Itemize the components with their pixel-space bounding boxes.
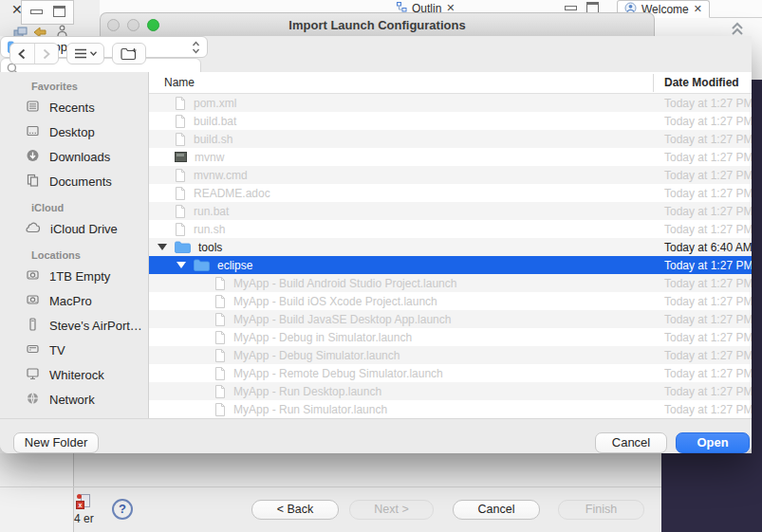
- folder-plus-icon: [121, 47, 138, 61]
- sidebar-item-recents[interactable]: Recents: [0, 95, 148, 119]
- panel-divider: [0, 486, 74, 487]
- sidebar-item-1tb-empty[interactable]: 1TB Empty: [0, 264, 148, 288]
- file-row[interactable]: pom.xmlToday at 1:27 PM: [149, 94, 752, 112]
- file-row[interactable]: mvnwToday at 1:27 PM: [149, 148, 752, 166]
- column-divider[interactable]: [653, 74, 654, 92]
- sidebar-item-label: Recents: [49, 101, 95, 115]
- file-row[interactable]: eclipseToday at 1:27 PM: [149, 256, 752, 274]
- file-icon: [175, 97, 186, 110]
- date-modified-cell: Today at 1:27 PM: [664, 151, 752, 164]
- date-modified-cell: Today at 1:27 PM: [664, 385, 752, 398]
- minimize-icon[interactable]: [30, 9, 43, 14]
- network-globe-icon: [25, 391, 41, 409]
- open-button[interactable]: Open: [676, 432, 750, 453]
- file-icon: [214, 403, 226, 416]
- file-icon: [214, 313, 226, 326]
- back-button[interactable]: < Back: [251, 500, 339, 520]
- file-name: mvnw: [195, 151, 224, 164]
- minimize-icon[interactable]: [565, 6, 577, 10]
- file-name: MyApp - Run Desktop.launch: [233, 385, 381, 398]
- file-row[interactable]: MyApp - Build JavaSE Desktop App.launchT…: [149, 310, 752, 328]
- icloud-drive-icon: [25, 220, 42, 238]
- disclosure-triangle-icon[interactable]: [158, 244, 167, 250]
- file-row[interactable]: MyApp - Run Desktop.launchToday at 1:27 …: [149, 382, 752, 400]
- sidebar-item-macpro[interactable]: MacPro: [0, 288, 148, 313]
- nav-segmented-control: [9, 43, 59, 64]
- file-row[interactable]: run.batToday at 1:27 PM: [149, 202, 752, 220]
- welcome-page-corner: [661, 453, 762, 532]
- maximize-icon[interactable]: [53, 6, 65, 17]
- cancel-button[interactable]: Cancel: [595, 432, 667, 453]
- folder-icon: [175, 241, 191, 253]
- date-modified-cell: Today at 1:27 PM: [664, 205, 752, 218]
- file-row[interactable]: MyApp - Build Android Studio Project.lau…: [149, 274, 752, 292]
- file-name: README.adoc: [194, 187, 270, 200]
- date-modified-cell: Today at 1:27 PM: [664, 349, 752, 362]
- sidebar-item-tv[interactable]: TV: [0, 338, 148, 362]
- file-name: MyApp - Build iOS Xcode Project.launch: [233, 295, 437, 308]
- date-modified-cell: Today at 1:27 PM: [664, 403, 752, 416]
- error-log-icon[interactable]: x: [76, 494, 91, 510]
- file-name: MyApp - Debug in Simulator.launch: [233, 331, 412, 344]
- welcome-page-edge: [752, 80, 762, 453]
- date-modified-cell: Today at 1:27 PM: [664, 223, 752, 236]
- file-icon: [175, 187, 186, 200]
- back-nav-button[interactable]: [10, 44, 34, 64]
- file-icon: [175, 205, 186, 218]
- file-row[interactable]: MyApp - Remote Debug Simulator.launchTod…: [149, 364, 752, 382]
- help-button[interactable]: ?: [112, 499, 133, 520]
- finish-button: Finish: [558, 500, 644, 520]
- file-icon: [214, 385, 226, 398]
- file-icon: [214, 367, 226, 380]
- internal-drive-icon: [25, 292, 41, 310]
- forward-nav-button[interactable]: [34, 44, 58, 64]
- dialog-titlebar[interactable]: Import Launch Configurations: [100, 12, 655, 36]
- close-icon[interactable]: ✕: [694, 3, 702, 15]
- apple-tv-icon: [25, 341, 41, 359]
- recents-icon: [25, 99, 41, 117]
- sidebar-item-whiterock[interactable]: Whiterock: [0, 362, 148, 387]
- wizard-button-bar: [74, 453, 661, 532]
- file-row[interactable]: MyApp - Debug in Simulator.launchToday a…: [149, 328, 752, 346]
- date-modified-cell: Today at 1:27 PM: [664, 331, 752, 344]
- file-icon: [175, 169, 186, 182]
- file-name: MyApp - Build Android Studio Project.lau…: [233, 277, 456, 290]
- column-header-name[interactable]: Name: [164, 76, 195, 89]
- file-row[interactable]: run.shToday at 1:27 PM: [149, 220, 752, 238]
- new-folder-toolbar-button[interactable]: [112, 43, 146, 64]
- sidebar-item-label: Steve's AirPort…: [49, 319, 142, 333]
- sidebar-item-network[interactable]: Network: [0, 387, 148, 412]
- file-list: pom.xmlToday at 1:27 PMbuild.batToday at…: [149, 94, 752, 418]
- file-name: MyApp - Run Simulator.launch: [233, 403, 387, 416]
- sidebar-item-desktop[interactable]: Desktop: [0, 119, 148, 144]
- file-icon: [175, 115, 186, 128]
- new-folder-button[interactable]: New Folder: [13, 432, 99, 453]
- sidebar-item-downloads[interactable]: Downloads: [0, 144, 148, 169]
- sidebar-item-label: Whiterock: [49, 368, 104, 382]
- sidebar-item-documents[interactable]: Documents: [0, 169, 148, 193]
- file-name: MyApp - Remote Debug Simulator.launch: [233, 367, 443, 380]
- file-name: run.bat: [194, 205, 229, 218]
- file-icon: [214, 349, 226, 362]
- wizard-separator: [74, 486, 661, 487]
- sidebar-item-steve-s-airport[interactable]: Steve's AirPort…: [0, 313, 148, 338]
- sidebar: FavoritesRecentsDesktopDownloadsDocument…: [0, 72, 149, 418]
- column-header-date-modified[interactable]: Date Modified: [664, 76, 739, 89]
- file-row[interactable]: build.batToday at 1:27 PM: [149, 112, 752, 130]
- file-row[interactable]: MyApp - Debug Simulator.launchToday at 1…: [149, 346, 752, 364]
- file-row[interactable]: mvnw.cmdToday at 1:27 PM: [149, 166, 752, 184]
- date-modified-cell: Today at 1:27 PM: [664, 259, 752, 272]
- file-row[interactable]: README.adocToday at 1:27 PM: [149, 184, 752, 202]
- file-icon: [214, 331, 226, 344]
- view-mode-dropdown[interactable]: [66, 43, 104, 64]
- disclosure-triangle-icon[interactable]: [177, 262, 186, 268]
- internal-drive-icon: [25, 267, 41, 285]
- wizard-cancel-button[interactable]: Cancel: [453, 500, 540, 520]
- file-row[interactable]: MyApp - Run Simulator.launchToday at 1:2…: [149, 400, 752, 418]
- file-row[interactable]: toolsToday at 6:40 AM: [149, 238, 752, 256]
- sidebar-item-icloud-drive[interactable]: iCloud Drive: [0, 216, 148, 241]
- file-row[interactable]: MyApp - Build iOS Xcode Project.launchTo…: [149, 292, 752, 310]
- file-icon: [175, 223, 186, 236]
- display-icon: [25, 366, 41, 384]
- file-row[interactable]: build.shToday at 1:27 PM: [149, 130, 752, 148]
